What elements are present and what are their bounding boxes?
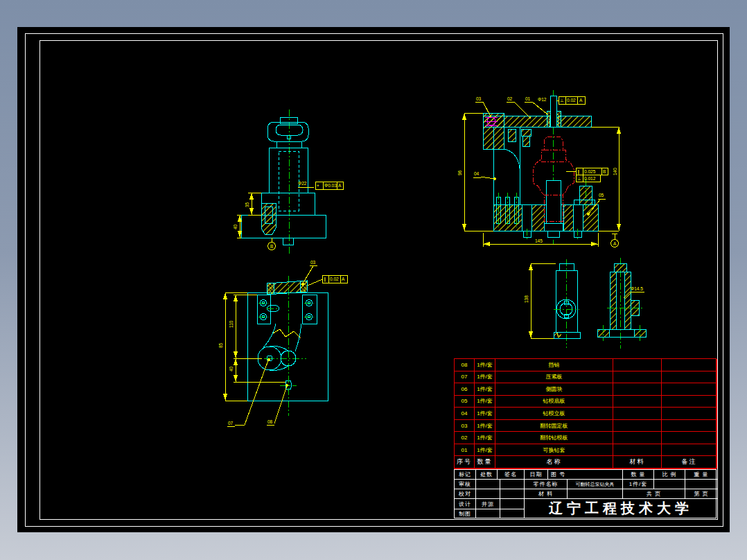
svg-text:0.025: 0.025 — [584, 169, 596, 174]
balloon-04: 04 — [473, 171, 496, 180]
tb-proof: 校对 — [455, 489, 476, 499]
part-qty: 1件/套 — [475, 359, 495, 371]
part-note — [662, 359, 717, 371]
svg-text:01: 01 — [525, 96, 531, 101]
dim-96: 96 — [457, 170, 462, 175]
fcf-parallelism-frame: ∥ 0.025 B ⊥ 0.012 — [566, 168, 608, 182]
svg-text:08: 08 — [267, 419, 273, 424]
svg-text:∥: ∥ — [577, 169, 579, 175]
view-plan: 110 40 85 ∥ 0.02 A 03 — [218, 260, 347, 426]
tb-university: 辽宁工程技术大学 — [525, 499, 717, 518]
svg-text:03: 03 — [310, 260, 316, 265]
svg-text:0.02: 0.02 — [567, 98, 576, 103]
part-qty: 1件/套 — [475, 383, 495, 396]
tb-scale-label: 比 例 — [654, 470, 685, 480]
svg-text:⌖: ⌖ — [317, 183, 319, 188]
part-qty: 1件/套 — [475, 420, 495, 432]
tb-part-name-label: 零件名称 — [525, 480, 568, 489]
tb-sign: 签名 — [498, 470, 525, 480]
svg-text:0.02: 0.02 — [330, 277, 339, 281]
svg-text:05: 05 — [599, 193, 604, 198]
tb-part-name: 可翻转总泵钻夹具 — [568, 480, 623, 489]
part-name: 侧圆块 — [495, 383, 613, 396]
tb-total-pages: 共 页 — [623, 489, 685, 499]
dim-145: 145 — [535, 238, 543, 243]
dim-phi12: Φ12 — [538, 97, 547, 102]
dim-phi22: Φ22 — [298, 181, 307, 186]
dim-110: 110 — [229, 320, 234, 328]
dim-note: Φ14.5 — [631, 286, 643, 291]
locating-pin-section — [261, 203, 276, 234]
part-no: 06 — [455, 383, 475, 396]
part-name: 翻转钻模板 — [495, 432, 613, 444]
header-note: 备注 — [662, 456, 717, 469]
part-no: 01 — [455, 444, 475, 457]
dim-138: 138 — [524, 295, 529, 303]
tb-date: 日期 — [525, 470, 548, 480]
tb-drawing-no: 图 号 — [548, 470, 623, 480]
tb-designer: 井源 — [476, 499, 500, 509]
fcf-parallelism-plan: ∥ 0.02 A — [308, 275, 347, 286]
datum-a-label: A — [613, 241, 617, 246]
balloon-03-plan: 03 — [301, 260, 317, 286]
part-name: 钻模底板 — [495, 396, 613, 408]
part-no: 05 — [455, 396, 475, 408]
svg-text:∥: ∥ — [324, 277, 326, 282]
view-part-detail: 138 Φ14.5 — [524, 258, 646, 349]
part-no: 04 — [455, 408, 475, 420]
view-front-elevation: B 35 40 Φ22 ⌖ Φ0.03 A — [233, 110, 343, 255]
dim-35: 35 — [245, 202, 249, 207]
part-qty: 1件/套 — [475, 371, 495, 384]
svg-text:Φ0.03: Φ0.03 — [324, 183, 337, 188]
svg-text:⊥: ⊥ — [560, 98, 564, 103]
datum-b-label: B — [270, 244, 273, 249]
part-name: 可换钻套 — [495, 444, 613, 457]
tb-qty-value: 1件/套 — [623, 480, 654, 489]
part-no: 07 — [455, 371, 475, 384]
tb-count: 处数 — [476, 470, 498, 480]
tb-draft: 制图 — [455, 509, 476, 518]
balloon-08: 08 — [267, 384, 288, 425]
parts-list-table[interactable]: 08 1件/套 挡销 07 1件/套 压紧板 06 1件/套 侧圆块 05 1件… — [454, 358, 717, 469]
part-no: 02 — [455, 432, 475, 444]
svg-text:07: 07 — [228, 421, 234, 426]
svg-text:⊥: ⊥ — [577, 176, 581, 181]
datum-b-symbol: B — [268, 238, 276, 250]
header-qty: 数量 — [475, 456, 495, 469]
svg-text:A: A — [338, 183, 342, 188]
svg-text:A: A — [579, 98, 583, 103]
dim-40: 40 — [233, 224, 238, 229]
dim-85: 85 — [218, 342, 223, 348]
tb-weight-label: 重 量 — [685, 470, 717, 480]
dim-140: 140 — [613, 168, 617, 175]
part-no: 03 — [455, 420, 475, 432]
datum-a-symbol: A — [611, 234, 619, 247]
part-name: 压紧板 — [495, 371, 613, 384]
part-no: 08 — [455, 359, 475, 371]
tb-page-no: 第 页 — [685, 489, 717, 499]
part-name: 钻模立板 — [495, 408, 613, 420]
header-material: 材料 — [613, 456, 662, 469]
fcf-perpendicularity-frame: ⊥ 0.02 A — [556, 96, 585, 104]
header-name: 名称 — [495, 456, 613, 469]
svg-text:02: 02 — [507, 96, 513, 101]
tb-check: 审核 — [455, 480, 476, 489]
part-material — [613, 359, 662, 371]
part-qty: 1件/套 — [475, 396, 495, 408]
tb-qty-label: 数 量 — [623, 470, 654, 480]
svg-text:0.012: 0.012 — [584, 176, 596, 181]
title-block[interactable]: 标记 处数 签名 日期 图 号 数 量 比 例 重 量 审核 零件名称 可翻转总… — [454, 469, 717, 518]
part-qty: 1件/套 — [475, 432, 495, 444]
part-name: 挡销 — [495, 359, 613, 371]
svg-text:04: 04 — [474, 171, 480, 176]
svg-text:B: B — [603, 169, 606, 174]
fcf-position-frame: ⌖ Φ0.03 A — [315, 182, 343, 189]
tb-design: 设计 — [455, 499, 476, 509]
part-qty: 1件/套 — [475, 444, 495, 457]
part-qty: 1件/套 — [475, 408, 495, 420]
svg-text:A: A — [342, 277, 345, 281]
tb-mark: 标记 — [455, 470, 476, 480]
cad-workspace: B 35 40 Φ22 ⌖ Φ0.03 A — [0, 0, 747, 560]
view-main-section: 96 140 145 Φ12 ⊥ 0.02 A — [457, 90, 619, 247]
svg-text:03: 03 — [476, 96, 482, 101]
